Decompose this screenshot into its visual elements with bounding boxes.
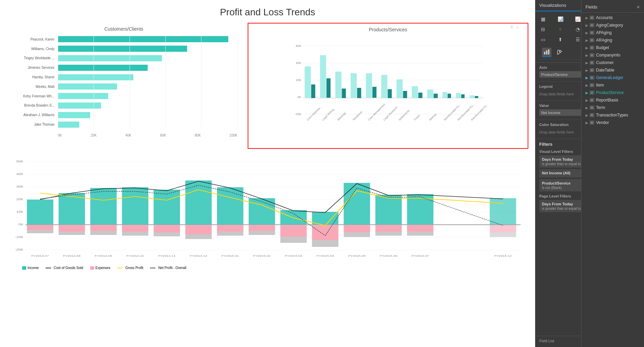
bar-kirby [58,93,108,99]
viz-btn-card[interactable]: ▭ [538,35,548,44]
field-transaction-types[interactable]: ▶ ⊞ TransactionTypes [581,111,644,119]
svg-rect-90 [312,212,338,225]
field-item[interactable]: ▶ ⊞ Item [581,81,644,89]
y-label-4: Jimenez Services [10,63,56,72]
bar-jake [58,122,79,128]
value-field-value: Net Income [541,111,560,115]
svg-rect-86 [249,231,275,235]
svg-rect-85 [249,225,275,231]
bar-brenda [58,102,101,109]
svg-text:Legal Writing: Legal Writing [321,108,334,121]
field-customer[interactable]: ▶ ⊞ Customer [581,59,644,66]
bar-weeks [58,83,117,90]
field-term-label: Term [596,105,605,110]
svg-rect-17 [350,73,357,98]
trend-chart: 50K 40K 30K 20K 10K 0K -10K -20K [7,154,528,344]
svg-rect-98 [375,232,402,236]
svg-text:FY2014-09: FY2014-09 [95,254,112,257]
svg-rect-100 [407,225,433,232]
format-paint-icon[interactable] [555,48,564,57]
svg-rect-80 [185,234,212,239]
products-svg: 60K 40K 20K 0K -20K [252,36,524,145]
field-general-ledger[interactable]: ▶ ⊞ GeneralLedger [581,74,644,81]
svg-text:FY2015-02: FY2015-02 [253,254,270,257]
viz-btn-bar[interactable]: 📊 [555,14,565,24]
svg-text:Settlements: Settlements [398,109,410,121]
viz-btn-scatter[interactable]: ⁘ [555,25,565,34]
fields-list: ▶ ⊞ Accounts ▶ ⊞ AgingCategory ▶ ⊞ APAgi… [581,13,644,347]
more-icon[interactable]: ··· [522,25,525,30]
field-report-basis[interactable]: ▶ ⊞ ReportBasis [581,96,644,104]
svg-rect-81 [217,187,244,225]
field-product-service[interactable]: ▶ ⊞ ProductService [581,89,644,96]
viz-btn-kpi[interactable]: ⬆ [555,35,565,44]
svg-rect-24 [403,91,407,98]
field-apaging-label: APAging [596,30,612,35]
bar-tingey [58,55,162,61]
svg-text:Legal Research: Legal Research [382,106,398,121]
legend-expenses-label: Expenses [96,266,111,270]
y-label-5: Hamby, Shane [10,73,56,81]
main-content: Profit and Loss Trends Customers/Clients [0,0,535,347]
svg-rect-33 [469,95,474,98]
legend-income-label: Income [28,266,39,270]
svg-rect-31 [456,93,461,98]
format-chart-icon[interactable] [542,48,551,57]
legend-income: Income [22,266,39,270]
field-item-label: Item [596,83,604,88]
field-vendor[interactable]: ▶ ⊞ Vendor [581,119,644,126]
pin-icon[interactable]: ☆ [516,25,519,30]
svg-rect-23 [396,79,402,98]
field-accounts[interactable]: ▶ ⊞ Accounts [581,14,644,21]
filter-days-page-name: Days From Today [542,202,573,206]
legend-cogs-icon [46,268,51,268]
svg-rect-121 [548,49,549,54]
field-araging-label: ARAging [596,38,612,43]
filter-days-name: Days From Today [542,157,573,161]
svg-rect-63 [27,200,53,225]
svg-text:30K: 30K [16,185,23,188]
svg-rect-67 [59,225,85,232]
legend-gross-label: Gross Profit [125,266,143,270]
fields-panel-close[interactable]: ✕ [637,5,640,10]
svg-rect-12 [311,84,315,98]
svg-rect-11 [304,66,311,98]
field-accounts-icon: ⊞ [590,16,594,20]
svg-rect-22 [387,89,392,98]
field-date-table-label: DateTable [596,68,614,73]
field-aging-cat[interactable]: ▶ ⊞ AgingCategory [581,21,644,29]
svg-rect-88 [280,225,307,237]
field-customer-label: Customer [596,60,614,65]
viz-btn-matrix[interactable]: ⊟ [538,25,548,34]
svg-rect-74 [122,232,148,236]
svg-rect-104 [490,232,516,237]
field-budget[interactable]: ▶ ⊞ Budget [581,44,644,51]
viz-btn-stacked-bar[interactable]: ▦ [538,14,548,24]
legend-income-icon [22,266,26,270]
field-araging[interactable]: ▶ ⊞ ARAging [581,36,644,44]
field-transaction-types-label: TransactionTypes [596,113,628,117]
customers-chart-title: Customers/Clients [10,26,237,32]
legend-net-label: Net Profit - Overall [158,266,186,270]
svg-rect-21 [381,75,387,98]
svg-rect-18 [357,88,361,98]
svg-rect-13 [320,55,326,98]
legend-expenses-icon [90,266,94,270]
svg-rect-78 [185,180,212,225]
field-general-ledger-label: GeneralLedger [596,75,623,80]
svg-rect-34 [475,96,478,98]
svg-rect-102 [490,198,516,225]
field-date-table[interactable]: ▶ ⊞ DateTable [581,66,644,74]
svg-rect-14 [326,78,330,98]
svg-rect-101 [407,232,433,236]
field-company-info[interactable]: ▶ ⊞ CompanyInfo [581,51,644,59]
filter-product-name: Product/Service [542,181,571,185]
svg-rect-119 [544,52,545,54]
svg-rect-64 [27,225,53,230]
field-apaging[interactable]: ▶ ⊞ APAging [581,29,644,36]
field-term[interactable]: ▶ ⊞ Term [581,104,644,111]
svg-text:FY2014-12: FY2014-12 [190,254,207,257]
svg-text:FY2014-11: FY2014-11 [158,254,176,257]
drag-icon: ⠿ [510,25,513,30]
bar-williams [58,46,187,52]
